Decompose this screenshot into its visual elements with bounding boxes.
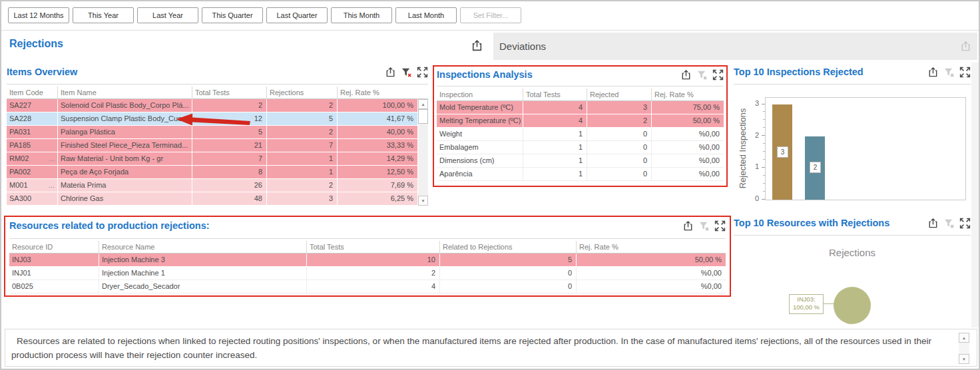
cell-item-name: Palanga Plástica: [58, 126, 192, 138]
clear-filter-icon[interactable]: [943, 67, 955, 78]
footer-note-text: Resources are related to rejections when…: [11, 334, 954, 362]
col-item-name[interactable]: Item Name: [58, 87, 192, 98]
footer-note-box: Resources are related to rejections when…: [5, 329, 977, 367]
col-rejections[interactable]: Rejections: [267, 87, 338, 98]
table-row[interactable]: INJ01 Injection Machine 1 2 0 %0,00: [9, 267, 726, 280]
maximize-icon[interactable]: [417, 67, 428, 78]
col-total-tests[interactable]: Total Tests: [523, 89, 587, 100]
cell-item-name: Finished Steel Piece_Pieza Terminad...: [58, 139, 192, 152]
resources-pie-chart: Rejections INJ03: 100,00 %: [734, 247, 971, 330]
bar-axis: 0123: [734, 87, 765, 204]
col-rej-rate[interactable]: Rej. Rate %: [338, 87, 428, 98]
scroll-up-button[interactable]: ▲: [418, 99, 428, 109]
content-scrollbar-track[interactable]: [971, 63, 979, 327]
col-inspection[interactable]: Inspection: [437, 89, 523, 100]
table-row[interactable]: PA185 Finished Steel Piece_Pieza Termina…: [7, 139, 417, 152]
scroll-down-button[interactable]: ▼: [418, 196, 428, 206]
bar-plot: 32: [765, 97, 966, 200]
cell-item-code: SA228: [7, 112, 58, 125]
tab-rejections[interactable]: Rejections: [9, 38, 63, 50]
footer-scrollbar[interactable]: ▲ ▼: [959, 333, 969, 364]
table-row[interactable]: SA227 Solenoid Coil Plastic Body_Corpo P…: [7, 99, 417, 112]
export-icon[interactable]: [471, 39, 483, 52]
scroll-down-button[interactable]: ▼: [959, 354, 969, 364]
annotation-arrow: [176, 112, 252, 128]
items-overview-panel: Items Overview Item Code Item Name: [7, 67, 428, 206]
pie-callout-label: INJ03:: [790, 295, 823, 303]
col-related-to-rejections[interactable]: Related to Rejections: [440, 241, 577, 253]
table-row[interactable]: Aparência 1 0 %0,00: [437, 168, 724, 181]
filter-this-year-button[interactable]: This Year: [73, 7, 134, 23]
table-row[interactable]: 0B025 Dryer_Secado_Secador 4 0 %0,00: [9, 280, 726, 293]
scrollbar-track[interactable]: [959, 343, 969, 354]
inspections-table-header: Inspection Total Tests Rejected Rej. Rat…: [437, 89, 724, 101]
export-icon[interactable]: [682, 220, 694, 232]
filter-last-year-button[interactable]: Last Year: [137, 7, 198, 23]
col-resource-id[interactable]: Resource ID: [9, 241, 99, 253]
inspections-bar-chart: Rejected Inspections 0123 32: [734, 87, 971, 204]
table-row[interactable]: SA300 Chlorine Gas 48 3 6,25 %: [7, 192, 417, 206]
col-resource-name[interactable]: Resource Name: [99, 241, 307, 253]
bar-value-label: 2: [810, 162, 821, 173]
resources-table-header: Resource ID Resource Name Total Tests Re…: [9, 241, 726, 254]
clear-filter-icon[interactable]: [698, 220, 710, 232]
filter-last-month-button[interactable]: Last Month: [395, 7, 457, 23]
table-row[interactable]: Dimensions (cm) 1 0 %0,00: [437, 154, 724, 168]
col-total-tests[interactable]: Total Tests: [307, 241, 440, 253]
clear-filter-icon[interactable]: [696, 69, 708, 81]
table-row[interactable]: Mold Temperature (ºC) 4 3 75,00 %: [437, 101, 724, 114]
cell-item-name: Suspension Clamp Plastic Body_Cue...: [58, 112, 192, 125]
cell-item-code: SA300: [7, 192, 58, 205]
clear-filter-icon[interactable]: [401, 67, 412, 78]
scrollbar-track[interactable]: [418, 124, 428, 196]
cell-item-name: Raw Material - Unit bom Kg - gr: [58, 152, 192, 165]
export-icon[interactable]: [927, 218, 939, 229]
table-row[interactable]: Embalagem 1 0 %0,00: [437, 141, 724, 154]
table-row[interactable]: PA002 Peça de Aço Forjada 8 1 12,50 %: [7, 166, 417, 179]
col-rejected[interactable]: Rejected: [587, 89, 652, 100]
maximize-icon[interactable]: [959, 218, 971, 229]
clear-filter-icon[interactable]: [943, 218, 955, 229]
table-row[interactable]: Melting Temperature (ºC) 4 2 50,00 %: [437, 114, 724, 128]
tab-bar: Rejections Deviations: [3, 31, 977, 61]
scroll-up-button[interactable]: ▲: [959, 333, 969, 343]
scrollbar-thumb[interactable]: [418, 109, 428, 124]
filter-last-12-months-button[interactable]: Last 12 Months: [8, 7, 69, 23]
filter-last-quarter-button[interactable]: Last Quarter: [266, 7, 328, 23]
export-icon[interactable]: [927, 67, 939, 78]
cell-item-code: M001...: [7, 179, 58, 192]
table-row[interactable]: RM02... Raw Material - Unit bom Kg - gr …: [7, 152, 417, 166]
col-rej-rate[interactable]: Rej. Rate %: [652, 89, 724, 100]
set-filter-button[interactable]: Set Filter...: [460, 7, 521, 23]
col-total-tests[interactable]: Total Tests: [192, 87, 267, 98]
pie-callout[interactable]: INJ03: 100,00 %: [789, 294, 824, 314]
export-icon[interactable]: [385, 67, 396, 78]
cell-item-name: Materia Prima: [58, 179, 192, 192]
cell-item-code: PA031: [7, 126, 58, 138]
table-row[interactable]: Weight 1 0 %0,00: [437, 128, 724, 141]
filter-this-month-button[interactable]: This Month: [331, 7, 392, 23]
filter-this-quarter-button[interactable]: This Quarter: [202, 7, 263, 23]
table-row[interactable]: M001... Materia Prima 26 2 7,69 %: [7, 179, 417, 192]
maximize-icon[interactable]: [714, 220, 726, 232]
tab-deviations[interactable]: Deviations: [493, 33, 977, 60]
pie-slice-inj03[interactable]: [834, 287, 871, 324]
cell-item-code: PA002: [7, 166, 58, 178]
pie-callout-connector: [824, 303, 834, 304]
top10-resources-panel: Top 10 Resources with Rejections Rejecti…: [734, 218, 971, 324]
cell-item-code: SA227: [7, 99, 58, 112]
cell-item-code: PA185: [7, 139, 58, 152]
bar-value-label: 3: [777, 146, 788, 158]
dashboard-window: Last 12 Months This Year Last Year This …: [0, 0, 980, 370]
export-icon[interactable]: [960, 41, 971, 52]
col-item-code[interactable]: Item Code: [7, 87, 58, 98]
export-icon[interactable]: [680, 69, 692, 81]
items-scrollbar[interactable]: ▲ ▼: [418, 99, 428, 206]
top10-inspections-title: Top 10 Inspections Rejected: [734, 67, 863, 77]
resources-title: Resources related to production rejectio…: [9, 220, 210, 231]
cell-item-name: Solenoid Coil Plastic Body_Corpo Plá...: [58, 99, 192, 112]
maximize-icon[interactable]: [712, 69, 724, 81]
maximize-icon[interactable]: [959, 67, 971, 78]
col-rej-rate[interactable]: Rej. Rate %: [577, 241, 726, 253]
table-row[interactable]: INJ03 Injection Machine 3 10 5 50,00 %: [9, 254, 726, 267]
